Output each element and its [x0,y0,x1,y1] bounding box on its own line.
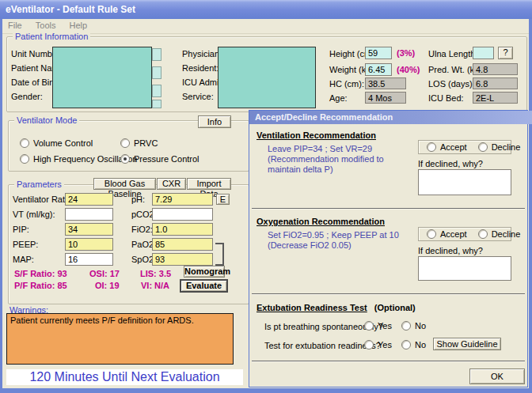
yes-radio-icon [364,340,374,350]
recommendation-panel-title: Accept/Decline Recommendation [255,112,393,122]
icu-bed-field: 2E-L [473,92,518,104]
spontaneous-yes-radio[interactable]: Yes [364,321,392,331]
no-radio-icon [401,321,411,331]
hc-label: HC (cm): [329,79,364,89]
ph-label: pH: [131,195,145,204]
window-border-left [0,0,2,393]
section-divider-3 [252,361,525,361]
ventilator-mode-title: Ventilator Mode [14,115,79,125]
los-field: 6.8 [473,77,518,89]
map-input[interactable]: 16 [65,253,113,266]
los-label: LOS (days): [428,79,475,89]
resident-label: Resident: [182,63,218,73]
redaction-overlay-providers [218,47,316,108]
pressure-control-radio-icon [120,154,130,164]
vt-input[interactable] [65,208,113,221]
prvc-radio-icon [120,138,130,148]
nomogram-button[interactable]: Nomogram [184,266,225,278]
fio2-input[interactable]: 1.0 [152,223,213,236]
decline-radio-icon [478,142,488,152]
extubation-yes-radio[interactable]: Yes [364,340,392,350]
title-bar[interactable]: eVentilator - Default Rule Set [0,0,532,19]
radio-pressure-control[interactable]: Pressure Control [120,154,200,164]
radio-prvc[interactable]: PRVC [120,138,158,148]
app-window: eVentilator - Default Rule Set File Tool… [0,0,532,393]
gender-label: Gender: [11,92,43,101]
extubation-heading-row: Extubation Readiness Test (Optional) [256,303,416,312]
ventilation-recommendation-text: Leave PIP=34 ; Set VR=29 (Recommendation… [268,144,414,175]
ph-e-button[interactable]: E [216,194,230,205]
weight-percentile: (40%) [397,65,420,74]
pf-ratio-value: P/F Ratio: 85 [14,281,67,290]
extubation-optional-label: (Optional) [374,303,416,312]
info-button[interactable]: Info [198,115,231,128]
oxygenation-decline-radio[interactable]: Decline [478,229,521,239]
ulna-help-button[interactable]: ? [498,47,513,59]
section-divider-2 [252,293,525,294]
yes-radio-icon [364,321,374,331]
warning-message: Patient currently meets P/F definition f… [10,316,194,325]
age-label: Age: [329,93,348,103]
ventilation-declined-why-textarea[interactable] [418,169,511,195]
pco2-input[interactable] [152,208,213,221]
pip-label: PIP: [13,225,29,234]
import-data-button[interactable]: Import Data [187,178,231,190]
ventilation-accept-decline-group: Accept Decline [418,140,511,154]
ulna-length-label: Ulna Length: [428,49,477,59]
evaluate-button[interactable]: Evaluate [180,279,228,293]
ph-input[interactable]: 7.29 [152,193,213,206]
dob-field[interactable] [152,85,162,97]
menu-help[interactable]: Help [64,19,93,30]
peep-input[interactable]: 10 [65,238,113,251]
map-label: MAP: [13,255,34,264]
ventilation-accept-radio[interactable]: Accept [427,142,467,152]
service-label: Service: [182,92,214,101]
show-guideline-button[interactable]: Show Guideline [433,338,501,350]
fio2-label: FiO2: [131,225,153,234]
unit-number-field[interactable] [152,48,162,61]
window-border-bottom [0,388,532,393]
weight-input[interactable]: 6.45 [365,63,392,76]
patient-name-field[interactable] [152,66,162,79]
ok-button[interactable]: OK [469,368,525,384]
height-percentile: (3%) [397,48,415,58]
warnings-box: Patient currently meets P/F definition f… [6,313,234,365]
height-input[interactable]: 59 [365,47,392,59]
volume-control-radio-icon [20,138,29,148]
pao2-spo2-bracket [215,243,224,266]
gender-field[interactable] [152,100,162,108]
menu-tools[interactable]: Tools [30,19,62,30]
spo2-input[interactable]: 93 [152,253,213,266]
accept-radio-icon [427,229,436,239]
lis-value: LIS: 3.5 [140,269,171,278]
spontaneous-no-radio[interactable]: No [401,321,426,331]
recommendation-panel-titlebar[interactable]: Accept/Decline Recommendation [249,111,532,124]
oxygenation-accept-radio[interactable]: Accept [427,229,467,239]
countdown-banner: 120 Minutes Until Next Evaluation [6,369,243,385]
vi-value: VI: N/A [141,281,169,290]
osi-value: OSI: 17 [89,269,120,278]
radio-volume-control[interactable]: Volume Control [20,138,93,148]
ventilator-rate-label: Ventilator Rate: [13,195,72,204]
ventilator-rate-input[interactable]: 24 [65,193,113,206]
cxr-button[interactable]: CXR [157,178,186,190]
ventilation-decline-radio[interactable]: Decline [478,142,521,152]
extubation-test-question: Test for extubation readiness? [264,341,381,350]
extubation-no-radio[interactable]: No [401,340,426,350]
redaction-overlay-demographics [52,47,152,108]
window-title: eVentilator - Default Rule Set [6,4,135,15]
pred-wt-field: 4.8 [473,63,518,75]
sf-ratio-value: S/F Ratio: 93 [14,269,67,278]
icu-bed-label: ICU Bed: [428,93,464,103]
ulna-length-input[interactable] [473,47,494,59]
menu-file[interactable]: File [2,19,28,30]
oi-value: OI: 19 [95,281,120,290]
oxygenation-declined-why-textarea[interactable] [418,256,511,281]
blood-gas-baseline-button[interactable]: Blood Gas Baseline [93,178,156,190]
pip-input[interactable]: 34 [65,223,113,236]
oxygenation-recommendation-heading: Oxygenation Recommendation [256,217,385,226]
window-border-right [529,0,532,393]
physician-label: Physician: [182,49,222,59]
pao2-input[interactable]: 85 [152,238,213,251]
hc-field: 38.5 [365,77,406,89]
